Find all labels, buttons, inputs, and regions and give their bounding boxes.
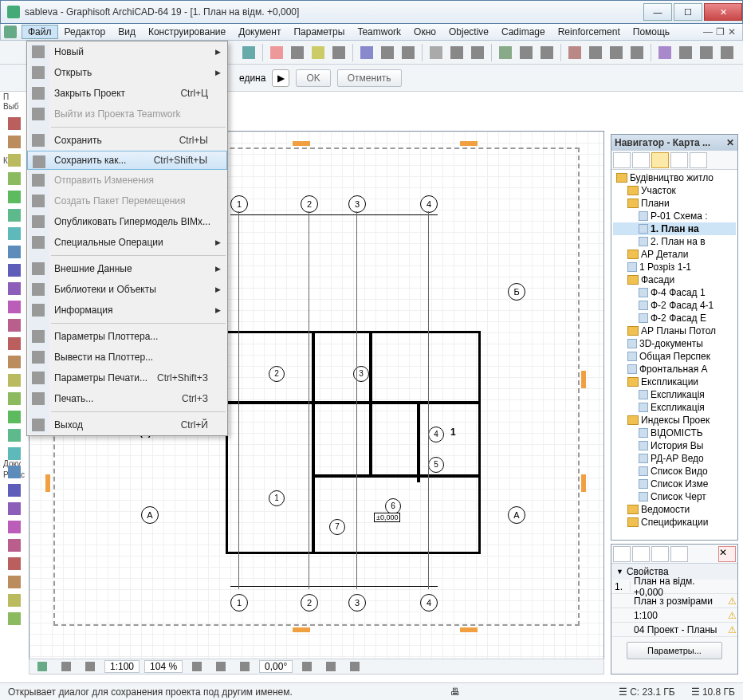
mdi-restore[interactable]: ❐ xyxy=(716,26,725,37)
vb-btn-7[interactable] xyxy=(297,657,316,676)
toolbox-btn-12[interactable] xyxy=(5,335,24,352)
tool-p[interactable] xyxy=(586,43,605,62)
toolbox-btn-19[interactable] xyxy=(5,463,24,481)
navigator-close[interactable]: ✕ xyxy=(726,137,734,148)
tree-node-14[interactable]: Общая Перспек xyxy=(613,350,736,363)
tree-node-3[interactable]: Р-01 Схема : xyxy=(613,210,736,222)
tree-node-20[interactable]: ВІДОМІСТЬ xyxy=(613,427,736,439)
navigator-tree[interactable]: Будівництво житлоУчастокПланиР-01 Схема … xyxy=(611,170,737,540)
tool-u[interactable] xyxy=(697,43,716,62)
tree-node-11[interactable]: Ф-2 Фасад Е xyxy=(613,312,736,324)
filemenu-item-0[interactable]: Новый▶ xyxy=(27,41,227,62)
toolbox-btn-21[interactable] xyxy=(5,500,24,517)
tree-node-8[interactable]: Фасади xyxy=(613,273,736,286)
prop-btn-4[interactable] xyxy=(670,546,688,562)
prop-row-0[interactable]: 1.План на відм. +0,000 xyxy=(611,580,737,594)
tree-node-9[interactable]: Ф-4 Фасад 1 xyxy=(613,286,736,299)
tool-m[interactable] xyxy=(517,43,536,62)
menu-документ[interactable]: Документ xyxy=(232,25,287,39)
tree-node-24[interactable]: Список Изме xyxy=(613,478,736,490)
context-play[interactable]: ▶ xyxy=(272,69,289,87)
filemenu-item-17[interactable]: Вывести на Плоттер... xyxy=(27,347,227,368)
tool-n[interactable] xyxy=(537,43,556,62)
toolbox-btn-9[interactable] xyxy=(5,280,24,297)
toolbox-btn-14[interactable] xyxy=(5,372,24,389)
mdi-close[interactable]: ✕ xyxy=(728,26,736,37)
tool-a[interactable] xyxy=(239,43,258,62)
tool-e[interactable] xyxy=(329,43,348,62)
menu-параметры[interactable]: Параметры xyxy=(287,25,351,39)
vb-btn-1[interactable] xyxy=(33,657,52,676)
toolbox-btn-25[interactable] xyxy=(5,573,24,591)
tool-o[interactable] xyxy=(565,43,584,62)
menu-конструирование[interactable]: Конструирование xyxy=(142,25,232,39)
toolbox-btn-3[interactable] xyxy=(5,170,24,187)
filemenu-item-6[interactable]: Сохранить как...Ctrl+Shift+Ы xyxy=(27,151,227,170)
nav-tab-2[interactable] xyxy=(632,152,650,168)
tool-r[interactable] xyxy=(627,43,647,62)
ok-button[interactable]: OK xyxy=(296,69,330,87)
parameters-button[interactable]: Параметры... xyxy=(627,642,722,659)
prop-btn-delete[interactable]: ✕ xyxy=(718,546,736,562)
toolbox-btn-26[interactable] xyxy=(5,592,24,609)
prop-btn-2[interactable] xyxy=(632,546,650,562)
tree-node-17[interactable]: Експликація xyxy=(613,388,736,401)
menu-вид[interactable]: Вид xyxy=(112,25,142,39)
tree-node-22[interactable]: РД-АР Ведо xyxy=(613,452,736,465)
menu-окно[interactable]: Окно xyxy=(407,25,442,39)
menu-помощь[interactable]: Помощь xyxy=(627,25,676,39)
toolbox-btn-2[interactable] xyxy=(5,151,24,169)
menu-reinforcement[interactable]: Reinforcement xyxy=(552,25,627,39)
vb-btn-8[interactable] xyxy=(321,657,340,676)
menu-cadimage[interactable]: Cadimage xyxy=(495,25,552,39)
scale-field[interactable]: 1:100 xyxy=(104,660,140,673)
tree-node-0[interactable]: Будівництво житло xyxy=(613,171,736,184)
tool-v[interactable] xyxy=(717,43,737,62)
toolbox-btn-5[interactable] xyxy=(5,206,24,224)
vb-btn-4[interactable] xyxy=(187,657,206,676)
tree-node-26[interactable]: Ведомости xyxy=(613,503,736,516)
prop-row-3[interactable]: 04 Проект - Планы⚠ xyxy=(611,623,737,637)
toolbox-btn-27[interactable] xyxy=(5,610,24,627)
close-button[interactable]: ✕ xyxy=(704,3,742,21)
menu-objective[interactable]: Objective xyxy=(442,25,495,39)
tree-node-25[interactable]: Список Черт xyxy=(613,490,736,503)
tool-i[interactable] xyxy=(427,43,446,62)
vb-btn-9[interactable] xyxy=(345,657,364,676)
tool-d[interactable] xyxy=(309,43,328,62)
tool-s[interactable] xyxy=(655,43,674,62)
tool-q[interactable] xyxy=(607,43,626,62)
toolbox-btn-23[interactable] xyxy=(5,537,24,554)
toolbox-btn-6[interactable] xyxy=(5,225,24,242)
prop-row-1[interactable]: План з розмірами⚠ xyxy=(611,594,737,608)
filemenu-item-1[interactable]: Открыть▶ xyxy=(27,62,227,83)
angle-field[interactable]: 0,00° xyxy=(259,660,293,673)
nav-tab-1[interactable] xyxy=(613,152,631,168)
vb-btn-6[interactable] xyxy=(235,657,254,676)
toolbox-btn-0[interactable] xyxy=(5,115,24,132)
filemenu-item-9[interactable]: Опубликовать Гипермодель BIMx... xyxy=(27,211,227,232)
filemenu-item-21[interactable]: ВыходCtrl+Й xyxy=(27,415,227,435)
minimize-button[interactable]: — xyxy=(643,3,672,21)
filemenu-item-12[interactable]: Внешние Данные▶ xyxy=(27,258,227,279)
tool-t[interactable] xyxy=(676,43,695,62)
tree-node-7[interactable]: 1 Розріз 1-1 xyxy=(613,261,736,273)
prop-row-2[interactable]: 1:100⚠ xyxy=(611,608,737,623)
tree-node-2[interactable]: Плани xyxy=(613,197,736,210)
toolbox-btn-20[interactable] xyxy=(5,482,24,499)
toolbox-btn-7[interactable] xyxy=(5,243,24,261)
filemenu-item-19[interactable]: Печать...Ctrl+З xyxy=(27,388,227,409)
filemenu-item-5[interactable]: СохранитьCtrl+Ы xyxy=(27,130,227,151)
prop-btn-1[interactable] xyxy=(613,546,631,562)
tree-node-16[interactable]: Експликации xyxy=(613,376,736,388)
tree-node-6[interactable]: АР Детали xyxy=(613,248,736,261)
toolbox-btn-24[interactable] xyxy=(5,555,24,572)
tree-node-15[interactable]: Фронтальная А xyxy=(613,363,736,376)
tree-node-1[interactable]: Участок xyxy=(613,184,736,197)
filemenu-item-16[interactable]: Параметры Плоттера... xyxy=(27,326,227,347)
nav-tab-3[interactable] xyxy=(651,152,669,168)
tree-node-19[interactable]: Индексы Проек xyxy=(613,414,736,427)
toolbox-btn-22[interactable] xyxy=(5,518,24,536)
tool-j[interactable] xyxy=(447,43,466,62)
cancel-button[interactable]: Отменить xyxy=(337,69,402,87)
